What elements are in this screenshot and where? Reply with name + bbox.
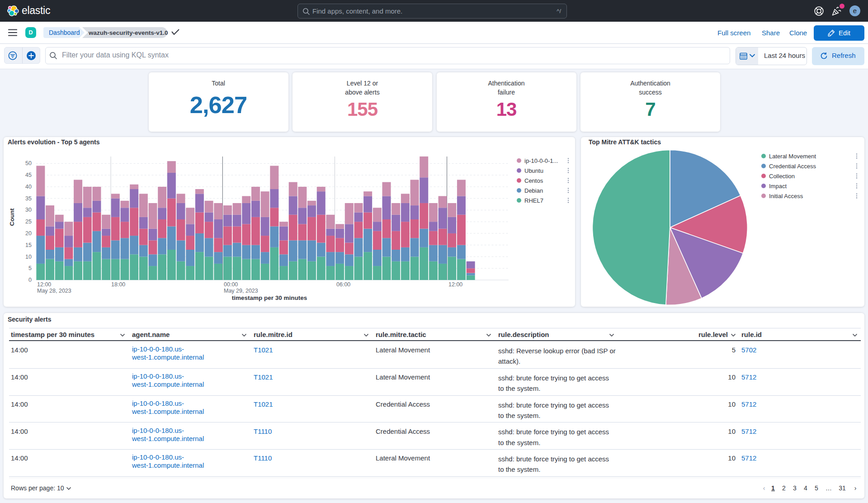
svg-text:25: 25 [25, 218, 32, 225]
svg-text:0: 0 [28, 277, 32, 283]
svg-text:12:00: 12:00 [37, 281, 51, 288]
svg-text:RHEL7: RHEL7 [524, 197, 543, 204]
svg-text:30: 30 [25, 207, 32, 213]
svg-text:50: 50 [25, 160, 32, 166]
svg-text:May 28, 2023: May 28, 2023 [37, 288, 71, 294]
svg-text:10: 10 [25, 254, 32, 260]
svg-text:35: 35 [25, 195, 32, 202]
svg-text:Credential Access: Credential Access [769, 163, 816, 170]
svg-text:timestamp per 30 minutes: timestamp per 30 minutes [232, 294, 307, 301]
svg-text:Lateral Movement: Lateral Movement [769, 153, 816, 160]
svg-text:5: 5 [28, 265, 32, 271]
svg-text:Initial Access: Initial Access [769, 193, 803, 199]
svg-text:ip-10-0-0-1...: ip-10-0-0-1... [524, 157, 558, 164]
svg-text:20: 20 [25, 230, 32, 237]
svg-text:45: 45 [25, 172, 32, 178]
svg-text:Dashboard: Dashboard [49, 29, 80, 36]
svg-text:Count: Count [9, 208, 15, 226]
svg-text:Centos: Centos [524, 177, 543, 184]
svg-text:40: 40 [25, 184, 32, 190]
svg-text:Debian: Debian [524, 187, 543, 194]
svg-text:May 29, 2023: May 29, 2023 [224, 288, 258, 294]
svg-text:12:00: 12:00 [448, 281, 462, 288]
svg-text:00:00: 00:00 [224, 281, 238, 288]
svg-text:Collection: Collection [769, 173, 795, 180]
svg-text:wazuh-security-events-v1.0: wazuh-security-events-v1.0 [88, 29, 168, 36]
svg-text:Impact: Impact [769, 183, 787, 190]
svg-text:06:00: 06:00 [336, 281, 350, 288]
svg-text:18:00: 18:00 [111, 281, 125, 288]
svg-text:15: 15 [25, 242, 32, 248]
svg-text:Ubuntu: Ubuntu [524, 167, 543, 174]
